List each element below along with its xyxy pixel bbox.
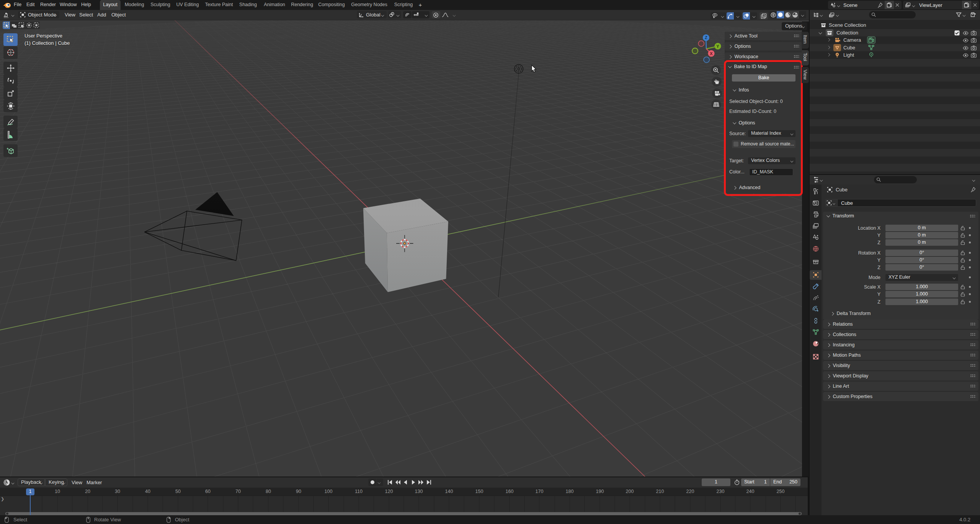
svg-text:Z: Z xyxy=(705,35,707,40)
svg-text:X: X xyxy=(710,51,713,56)
svg-text:Y: Y xyxy=(716,44,719,49)
